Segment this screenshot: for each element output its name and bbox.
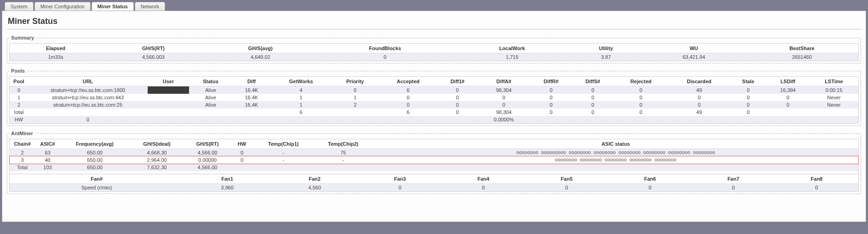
col-fan2: Fan2 <box>271 174 358 184</box>
cell-temp2: 75 <box>313 149 373 157</box>
fan-table: Fan# Fan1 Fan2 Fan3 Fan4 Fan5 Fan6 Fan7 … <box>10 174 858 191</box>
fan5-val: 0 <box>525 184 608 192</box>
col-fan-num: Fan# <box>10 174 184 184</box>
cell-ghs_ideal: 2,964.00 <box>129 156 184 164</box>
col-temp2: Temp(Chip2) <box>313 139 373 149</box>
col-fan4: Fan4 <box>442 174 525 184</box>
col-diff: Diff <box>232 77 271 86</box>
pools-fieldset: Pools Pool URL User Status Diff GetWorks… <box>7 68 861 126</box>
pool-row: total66098,304000490 <box>10 108 858 116</box>
cell-diff: 16.4K <box>232 86 271 94</box>
col-elapsed: Elapsed <box>10 44 102 53</box>
cell-pool: HW <box>10 116 28 123</box>
cell-diff <box>232 116 271 123</box>
col-pool: Pool <box>10 77 28 86</box>
cell-hw <box>230 164 253 171</box>
cell-diffs <box>572 116 614 123</box>
page-title: Miner Status <box>8 17 860 26</box>
col-ghs-avg: GH/S(avg) <box>205 44 316 53</box>
cell-user <box>148 116 189 123</box>
cell-chain: 2 <box>10 149 35 157</box>
cell-diffs: 0 <box>572 108 614 116</box>
cell-asic_status <box>373 164 858 171</box>
cell-asic: 103 <box>35 164 60 171</box>
cell-stale: 0 <box>730 94 766 101</box>
tab-bar: System Miner Configuration Miner Status … <box>2 2 866 11</box>
col-utility: Utility <box>570 44 642 53</box>
cell-diff1: 0 <box>437 101 478 108</box>
cell-status: Alive <box>189 86 232 94</box>
val-elapsed: 1m33s <box>10 53 102 61</box>
col-user: User <box>148 77 189 86</box>
cell-lsdiff: 0 <box>766 94 810 101</box>
cell-lsdiff: 16,384 <box>766 86 810 94</box>
cell-rejected: 0 <box>614 94 668 101</box>
cell-user <box>148 108 189 116</box>
col-rejected: Rejected <box>614 77 668 86</box>
col-stale: Stale <box>730 77 766 86</box>
cell-status: Alive <box>189 101 232 108</box>
summary-legend: Summary <box>9 35 36 40</box>
col-ghs-ideal: GH/S(ideal) <box>129 139 184 149</box>
fan4-val: 0 <box>442 184 525 192</box>
col-asic-status: ASIC status <box>373 139 858 149</box>
col-discarded: Discarded <box>668 77 730 86</box>
cell-url <box>28 108 148 116</box>
cell-user <box>148 94 189 101</box>
cell-url: stratum+tcp://eu.ss.btc.com:1800 <box>28 86 148 94</box>
cell-rejected <box>614 116 668 123</box>
cell-diffa: 0 <box>477 101 530 108</box>
col-wu: WU <box>642 44 746 53</box>
cell-rejected: 0 <box>614 108 668 116</box>
cell-getworks: 4 <box>271 86 331 94</box>
cell-discarded <box>668 116 730 123</box>
cell-temp1: - <box>253 156 313 164</box>
cell-priority: 1 <box>331 94 379 101</box>
cell-discarded: 49 <box>668 86 730 94</box>
cell-url: 0 <box>28 116 148 123</box>
tab-network[interactable]: Network <box>135 2 165 11</box>
col-diffs: DiffS# <box>572 77 614 86</box>
cell-accepted: 0 <box>379 94 437 101</box>
cell-lstime <box>810 116 858 123</box>
cell-pool: 1 <box>10 94 28 101</box>
cell-lsdiff: 0 <box>766 101 810 108</box>
col-url: URL <box>28 77 148 86</box>
tab-miner-config[interactable]: Miner Configuration <box>34 2 91 11</box>
tab-miner-status[interactable]: Miner Status <box>92 2 134 11</box>
cell-status <box>189 108 232 116</box>
cell-asic: 40 <box>35 156 60 164</box>
cell-chain: Total <box>10 164 35 171</box>
cell-hw: 0 <box>230 156 253 164</box>
cell-temp2 <box>313 164 373 171</box>
pools-table: Pool URL User Status Diff GetWorks Prior… <box>10 77 858 123</box>
summary-fieldset: Summary Elapsed GH/S(RT) GH/S(avg) Found… <box>7 35 861 63</box>
fan1-val: 3,960 <box>184 184 271 192</box>
cell-diffr: 0 <box>530 94 572 101</box>
cell-accepted <box>379 116 437 123</box>
col-chain: Chain# <box>10 139 35 149</box>
cell-lsdiff <box>766 116 810 123</box>
cell-temp1: - <box>253 149 313 157</box>
fan6-val: 0 <box>609 184 692 192</box>
cell-diffr: 0 <box>530 86 572 94</box>
fan-row: Speed (r/min) 3,960 4,560 0 0 0 0 0 0 <box>10 184 858 192</box>
divider <box>7 29 861 29</box>
cell-url: stratum+tcp://eu.ss.btc.com:25 <box>28 101 148 108</box>
cell-ghs_rt: 0.00000 <box>184 156 230 164</box>
pool-row: 0stratum+tcp://eu.ss.btc.com:1800Alive16… <box>10 86 858 94</box>
cell-lsdiff <box>766 108 810 116</box>
cell-lstime <box>810 108 858 116</box>
cell-asic_status: oooooooo ooooooooo oooooooo oooooooo ooo… <box>373 149 858 157</box>
cell-diffr <box>530 116 572 123</box>
cell-user <box>148 101 189 108</box>
cell-getworks: 1 <box>271 101 331 108</box>
cell-hw: 0 <box>230 149 253 157</box>
cell-diffa: 0.0000% <box>477 116 530 123</box>
pool-row: 2stratum+tcp://eu.ss.btc.com:25Alive16.4… <box>10 101 858 108</box>
tab-system[interactable]: System <box>5 2 34 11</box>
cell-temp1 <box>253 164 313 171</box>
cell-stale: 0 <box>730 101 766 108</box>
chain-row: Total103650.007,632.304,566.00 <box>10 164 858 171</box>
col-fan1: Fan1 <box>184 174 271 184</box>
